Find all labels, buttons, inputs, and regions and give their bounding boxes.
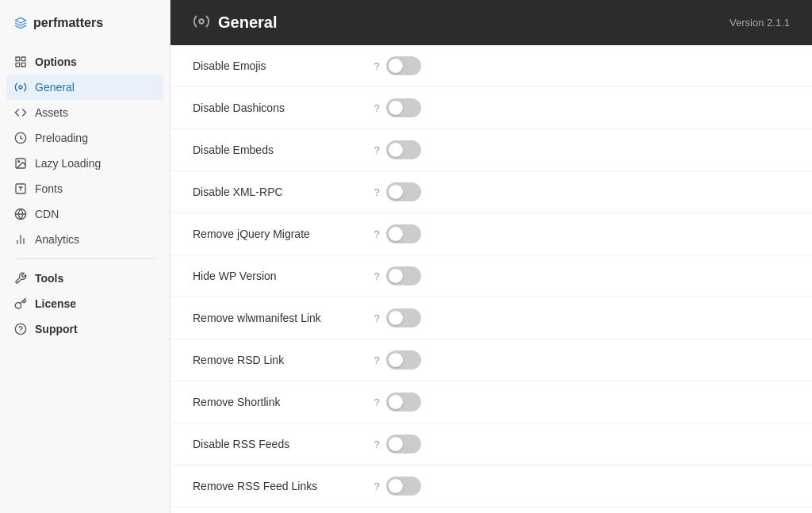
general-icon	[14, 81, 27, 94]
toggle-disable-embeds[interactable]	[386, 140, 421, 159]
settings-row-hide-wp-version: Hide WP Version?	[170, 255, 812, 297]
help-icon-disable-rss-feeds[interactable]: ?	[367, 438, 386, 450]
lazy-loading-label: Lazy Loading	[35, 157, 101, 170]
fonts-label: Fonts	[35, 182, 63, 195]
sidebar-logo: perfmatters	[0, 16, 170, 49]
sidebar-item-license[interactable]: License	[0, 291, 170, 316]
toggle-remove-rss-feed-links[interactable]	[386, 477, 421, 496]
toggle-disable-rss-feeds[interactable]	[386, 435, 421, 454]
svg-rect-0	[16, 57, 20, 61]
help-icon-remove-rsd-link[interactable]: ?	[367, 354, 386, 366]
setting-label-disable-rss-feeds: Disable RSS Feeds	[193, 438, 367, 450]
settings-row-disable-dashicons: Disable Dashicons?	[170, 87, 812, 129]
sidebar-item-tools[interactable]: Tools	[0, 266, 170, 291]
setting-label-disable-xml-rpc: Disable XML-RPC	[193, 186, 367, 198]
setting-label-remove-shortlink: Remove Shortlink	[193, 396, 367, 408]
help-icon-hide-wp-version[interactable]: ?	[367, 270, 386, 282]
toggle-slider-disable-emojis	[386, 56, 421, 75]
help-icon-remove-jquery-migrate[interactable]: ?	[367, 228, 386, 240]
toggle-slider-disable-xml-rpc	[386, 182, 421, 201]
toggle-remove-wlwmanifest-link[interactable]	[386, 308, 421, 327]
assets-icon	[14, 106, 27, 119]
license-label: License	[35, 297, 76, 310]
assets-label: Assets	[35, 106, 68, 119]
sidebar-item-lazy-loading[interactable]: Lazy Loading	[0, 151, 170, 176]
settings-row-disable-rss-feeds: Disable RSS Feeds?	[170, 423, 812, 465]
help-icon-disable-embeds[interactable]: ?	[367, 144, 386, 156]
main-header: General Version 2.1.1	[170, 0, 812, 45]
settings-row-remove-shortlink: Remove Shortlink?	[170, 381, 812, 423]
svg-rect-1	[21, 57, 25, 61]
help-icon-disable-emojis[interactable]: ?	[367, 60, 386, 72]
toggle-slider-remove-shortlink	[386, 392, 421, 412]
toggle-remove-jquery-migrate[interactable]	[386, 224, 421, 243]
svg-rect-2	[16, 63, 20, 67]
settings-row-remove-jquery-migrate: Remove jQuery Migrate?	[170, 213, 812, 255]
toggle-disable-xml-rpc[interactable]	[386, 182, 421, 201]
settings-row-disable-xml-rpc: Disable XML-RPC?	[170, 171, 812, 213]
setting-label-remove-jquery-migrate: Remove jQuery Migrate	[193, 228, 367, 240]
toggle-remove-rsd-link[interactable]	[386, 350, 421, 369]
sidebar-item-general[interactable]: General	[6, 75, 163, 100]
svg-rect-3	[21, 63, 25, 67]
toggle-slider-hide-wp-version	[386, 266, 421, 285]
toggle-slider-remove-rss-feed-links	[386, 477, 421, 496]
sidebar-divider-1	[14, 258, 155, 259]
settings-row-remove-rsd-link: Remove RSD Link?	[170, 339, 812, 381]
setting-label-hide-wp-version: Hide WP Version	[193, 270, 367, 282]
setting-label-disable-dashicons: Disable Dashicons	[193, 101, 367, 114]
settings-row-disable-embeds: Disable Embeds?	[170, 129, 812, 171]
tools-label: Tools	[35, 272, 63, 285]
help-icon-remove-shortlink[interactable]: ?	[367, 396, 386, 408]
setting-label-disable-emojis: Disable Emojis	[193, 59, 367, 72]
sidebar-item-cdn[interactable]: CDN	[0, 201, 170, 227]
tools-icon	[14, 272, 27, 285]
svg-line-7	[21, 138, 22, 139]
sidebar-item-analytics[interactable]: Analytics	[0, 227, 170, 252]
analytics-label: Analytics	[35, 233, 79, 246]
toggle-slider-remove-jquery-migrate	[386, 224, 421, 243]
settings-row-disable-self-pingbacks: Disable Self Pingbacks?	[170, 507, 812, 513]
lazy-loading-icon	[14, 157, 27, 170]
help-icon-remove-rss-feed-links[interactable]: ?	[367, 480, 386, 492]
settings-content: Disable Emojis?Disable Dashicons?Disable…	[170, 45, 812, 513]
toggle-slider-disable-dashicons	[386, 98, 421, 117]
cdn-icon	[14, 208, 27, 220]
analytics-icon	[14, 233, 27, 246]
setting-label-remove-wlwmanifest-link: Remove wlwmanifest Link	[193, 312, 367, 324]
settings-row-disable-emojis: Disable Emojis?	[170, 45, 812, 87]
help-icon-disable-xml-rpc[interactable]: ?	[367, 186, 386, 198]
sidebar-item-support[interactable]: Support	[0, 316, 170, 342]
toggle-slider-disable-rss-feeds	[386, 435, 421, 454]
toggle-disable-emojis[interactable]	[386, 56, 421, 75]
support-icon	[14, 323, 27, 335]
page-title: General	[218, 13, 277, 32]
help-icon-disable-dashicons[interactable]: ?	[367, 102, 386, 114]
sidebar-item-assets[interactable]: Assets	[0, 100, 170, 125]
sidebar-section-options[interactable]: Options	[0, 49, 170, 75]
settings-row-remove-rss-feed-links: Remove RSS Feed Links?	[170, 465, 812, 507]
support-label: Support	[35, 323, 78, 335]
settings-container: Disable Emojis?Disable Dashicons?Disable…	[170, 45, 812, 513]
setting-label-remove-rss-feed-links: Remove RSS Feed Links	[193, 480, 367, 492]
toggle-hide-wp-version[interactable]	[386, 266, 421, 285]
version-label: Version 2.1.1	[730, 17, 790, 29]
options-icon	[14, 56, 27, 68]
setting-label-disable-embeds: Disable Embeds	[193, 144, 367, 156]
help-icon-remove-wlwmanifest-link[interactable]: ?	[367, 312, 386, 324]
sidebar-item-fonts[interactable]: Fonts	[0, 176, 170, 201]
sidebar: perfmatters Options General	[0, 0, 170, 513]
svg-point-9	[18, 161, 20, 163]
svg-point-4	[19, 86, 22, 89]
preloading-label: Preloading	[35, 132, 88, 144]
toggle-disable-dashicons[interactable]	[386, 98, 421, 117]
toggle-slider-disable-embeds	[386, 140, 421, 159]
cdn-label: CDN	[35, 208, 59, 220]
toggle-remove-shortlink[interactable]	[386, 392, 421, 412]
options-label: Options	[35, 56, 77, 68]
toggle-slider-remove-wlwmanifest-link	[386, 308, 421, 327]
sidebar-item-preloading[interactable]: Preloading	[0, 125, 170, 151]
setting-label-remove-rsd-link: Remove RSD Link	[193, 354, 367, 366]
preloading-icon	[14, 132, 27, 144]
logo-text: perfmatters	[33, 16, 103, 30]
